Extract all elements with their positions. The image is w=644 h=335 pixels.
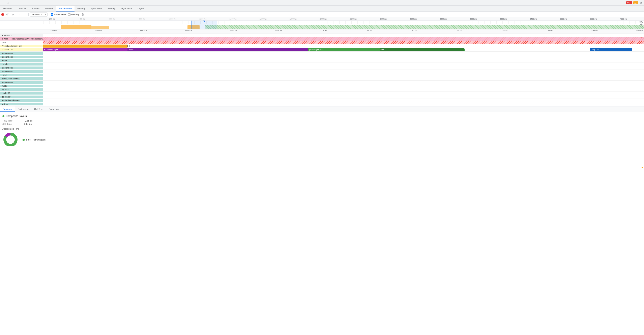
call-content-0: [43, 52, 644, 55]
update-layer-tree-bar[interactable]: Update Layer Tree: [308, 48, 380, 51]
tab-summary[interactable]: Summary: [0, 106, 15, 112]
composite-bar[interactable]: Comp...ers: [590, 48, 632, 51]
call-row-6: _next: [0, 73, 644, 77]
dtick-1168: 1168 ms: [95, 30, 102, 32]
task-label-text: Task: [2, 41, 6, 44]
tab-lighthouse[interactable]: Lighthouse: [118, 6, 135, 12]
network-collapse-arrow[interactable]: ▶: [2, 34, 3, 36]
animation-frame-content: [43, 44, 644, 48]
legend-1ms-label: 1 ms: [26, 138, 30, 141]
aggregated-section: Aggregated Time 1 ms Painting (sel: [2, 128, 642, 146]
animation-frame-bar[interactable]: [43, 45, 128, 48]
clear-button[interactable]: ⊘: [11, 13, 14, 16]
task-bar-hatched[interactable]: [43, 41, 644, 44]
tick-2800: 2800 ms: [440, 18, 447, 20]
call-label-0: (anonymous): [0, 52, 43, 55]
call-content-1: [43, 55, 644, 59]
tab-application[interactable]: Application: [88, 6, 105, 12]
tick-2600: 2600 ms: [410, 18, 417, 20]
self-time-label: Self Time: [2, 123, 12, 125]
warning-badge: △1: [633, 2, 638, 4]
function-call-text: Function Call: [2, 49, 13, 51]
main-collapse-arrow[interactable]: ▼: [2, 38, 4, 40]
target-selector[interactable]: localhost #1 ▼: [30, 13, 48, 17]
call-row-3: _render: [0, 63, 644, 66]
devtools-menu-icon[interactable]: ⋮: [1, 1, 5, 5]
settings-icon[interactable]: ⚙: [639, 1, 643, 5]
total-time-value: 1.24 ms: [24, 120, 32, 122]
call-row-9: invoke: [0, 84, 644, 88]
dtick-1176: 1176 ms: [275, 30, 282, 32]
tab-performance[interactable]: Performance: [56, 6, 74, 12]
tab-layers[interactable]: Layers: [135, 6, 147, 12]
inspect-icon[interactable]: ⬚: [6, 1, 9, 5]
upload-button[interactable]: ↑: [18, 13, 22, 16]
tab-network[interactable]: Network: [42, 6, 56, 12]
paint-bar[interactable]: Paint: [380, 48, 464, 51]
recalculate-style-bar[interactable]: Recalculate Style: [43, 48, 128, 51]
call-row-8: (anonymous): [0, 81, 644, 84]
network-label-text: Network: [4, 34, 12, 37]
screenshots-checkbox-group[interactable]: Screenshots: [51, 13, 66, 16]
summary-title-text: Composite Layers: [6, 115, 27, 118]
record-button[interactable]: [1, 13, 4, 16]
summary-dot: [2, 115, 4, 117]
main-track-content-header: T...: [43, 37, 644, 41]
call-row-13: renderReactElement: [0, 99, 644, 102]
memory-checkbox-group[interactable]: Memory: [68, 13, 79, 16]
tick-200: 200 ms: [49, 18, 56, 20]
reload-record-button[interactable]: ↺: [6, 13, 9, 16]
tab-console[interactable]: Console: [15, 6, 28, 12]
frame-ticks: [128, 45, 130, 47]
tick-2200: 2200 ms: [350, 18, 357, 20]
animation-frame-row: Animation Frame Fired: [0, 44, 644, 48]
flame-content-1: Recalculate Style Layout Update Layer Tr…: [43, 48, 644, 52]
target-dropdown-icon: ▼: [44, 14, 46, 16]
download-button[interactable]: ↓: [23, 13, 27, 16]
main-track-label[interactable]: ▼ Main — http://localhost:3000/learn/bas…: [0, 38, 43, 40]
call-content-10: [43, 88, 644, 92]
tab-memory[interactable]: Memory: [74, 6, 88, 12]
top-bar: ⋮ ⬚ ⊗17 △1 ⚙: [0, 0, 644, 6]
tab-security[interactable]: Security: [104, 6, 118, 12]
tick-1000: 1000 ms: [169, 18, 176, 20]
dtick-1178: 1178 ms: [320, 30, 327, 32]
tab-bottom-up[interactable]: Bottom-Up: [15, 106, 32, 112]
call-label-7: asyncGeneratorStep: [0, 77, 43, 80]
dtick-1172: 1172 ms: [185, 30, 192, 32]
call-row-1: (anonymous): [0, 55, 644, 59]
call-label-12: doRender: [0, 96, 43, 98]
error-badge: ⊗17: [626, 2, 632, 4]
network-track-content: [43, 34, 644, 37]
tick-400: 400 ms: [79, 18, 86, 20]
call-content-8: [43, 81, 644, 84]
timeline-overview[interactable]: 200 ms 400 ms 600 ms 800 ms 1000 ms 1200…: [0, 17, 644, 30]
bottom-tabs: Summary Bottom-Up Call Tree Event Log: [0, 106, 644, 112]
tab-elements[interactable]: Elements: [0, 6, 15, 12]
animation-frame-label: Animation Frame Fired: [0, 45, 43, 47]
tick-1600: 1600 ms: [260, 18, 266, 20]
tick-1800: 1800 ms: [290, 18, 297, 20]
call-label-5: (anonymous): [0, 70, 43, 73]
tick-3200: 3200 ms: [500, 18, 507, 20]
network-track-label[interactable]: ▶ Network: [0, 34, 43, 37]
overview-ruler: 200 ms 400 ms 600 ms 800 ms 1000 ms 1200…: [0, 17, 644, 21]
separator-1: [16, 13, 16, 16]
timeline-selection[interactable]: [192, 21, 217, 30]
memory-checkbox[interactable]: [68, 13, 70, 16]
task-hatched-bg: [43, 37, 644, 41]
task-overflow-label: T...: [640, 37, 643, 40]
tick-3400: 3400 ms: [530, 18, 537, 20]
layout-bar[interactable]: Layout: [128, 48, 308, 51]
composite-sub: [626, 48, 632, 49]
tab-call-tree[interactable]: Call Tree: [32, 106, 46, 112]
tab-sources[interactable]: Sources: [28, 6, 42, 12]
dtick-1180: 1180 ms: [365, 30, 372, 32]
dtick-1170: 1170 ms: [140, 30, 147, 32]
call-content-5: [43, 70, 644, 73]
call-label-8: (anonymous): [0, 81, 43, 84]
tab-event-log[interactable]: Event Log: [46, 106, 62, 112]
trash-button[interactable]: 🗑: [81, 13, 84, 16]
screenshots-checkbox[interactable]: [51, 13, 53, 16]
dtick-1188: 1188 ms: [546, 30, 552, 32]
